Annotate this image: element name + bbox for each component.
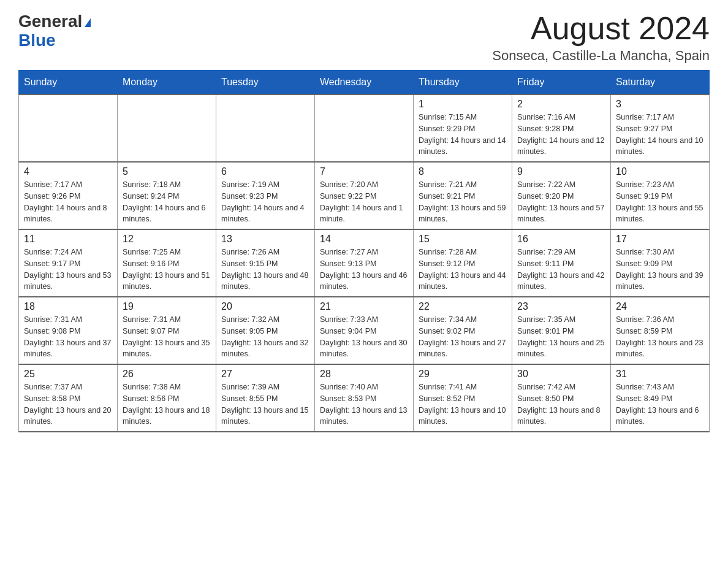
calendar-cell <box>315 94 414 162</box>
calendar-cell: 16Sunrise: 7:29 AMSunset: 9:11 PMDayligh… <box>512 229 611 297</box>
day-number: 13 <box>221 234 309 245</box>
calendar-header-friday: Friday <box>512 71 611 95</box>
day-info: Sunrise: 7:23 AMSunset: 9:19 PMDaylight:… <box>616 179 704 225</box>
day-number: 28 <box>320 369 408 380</box>
month-title: August 2024 <box>492 12 710 44</box>
calendar-cell: 15Sunrise: 7:28 AMSunset: 9:12 PMDayligh… <box>414 229 512 297</box>
calendar-cell: 26Sunrise: 7:38 AMSunset: 8:56 PMDayligh… <box>118 364 216 432</box>
day-number: 24 <box>616 301 704 312</box>
day-info: Sunrise: 7:22 AMSunset: 9:20 PMDaylight:… <box>517 179 605 225</box>
calendar-cell: 3Sunrise: 7:17 AMSunset: 9:27 PMDaylight… <box>611 94 710 162</box>
day-info: Sunrise: 7:31 AMSunset: 9:07 PMDaylight:… <box>123 314 211 360</box>
day-number: 21 <box>320 301 408 312</box>
day-number: 6 <box>221 166 309 177</box>
day-number: 23 <box>517 301 605 312</box>
day-info: Sunrise: 7:38 AMSunset: 8:56 PMDaylight:… <box>123 381 211 427</box>
calendar-week-row: 18Sunrise: 7:31 AMSunset: 9:08 PMDayligh… <box>19 297 710 364</box>
day-info: Sunrise: 7:28 AMSunset: 9:12 PMDaylight:… <box>419 247 507 293</box>
title-area: August 2024 Sonseca, Castille-La Mancha,… <box>492 12 710 64</box>
day-info: Sunrise: 7:32 AMSunset: 9:05 PMDaylight:… <box>221 314 309 360</box>
day-number: 5 <box>123 166 211 177</box>
calendar-header-tuesday: Tuesday <box>216 71 315 95</box>
day-info: Sunrise: 7:21 AMSunset: 9:21 PMDaylight:… <box>419 179 507 225</box>
calendar-cell: 10Sunrise: 7:23 AMSunset: 9:19 PMDayligh… <box>611 162 710 229</box>
day-number: 17 <box>616 234 704 245</box>
day-number: 14 <box>320 234 408 245</box>
calendar-cell <box>19 94 118 162</box>
logo-triangle-icon <box>85 18 91 27</box>
calendar-cell: 29Sunrise: 7:41 AMSunset: 8:52 PMDayligh… <box>414 364 512 432</box>
calendar-cell: 21Sunrise: 7:33 AMSunset: 9:04 PMDayligh… <box>315 297 414 364</box>
day-info: Sunrise: 7:35 AMSunset: 9:01 PMDaylight:… <box>517 314 605 360</box>
logo-general-text: General <box>18 12 82 31</box>
calendar-cell: 1Sunrise: 7:15 AMSunset: 9:29 PMDaylight… <box>414 94 512 162</box>
calendar-cell: 13Sunrise: 7:26 AMSunset: 9:15 PMDayligh… <box>216 229 315 297</box>
day-number: 15 <box>419 234 507 245</box>
day-info: Sunrise: 7:30 AMSunset: 9:09 PMDaylight:… <box>616 247 704 293</box>
day-info: Sunrise: 7:37 AMSunset: 8:58 PMDaylight:… <box>24 381 112 427</box>
calendar-cell: 9Sunrise: 7:22 AMSunset: 9:20 PMDaylight… <box>512 162 611 229</box>
calendar-header-row: SundayMondayTuesdayWednesdayThursdayFrid… <box>19 71 710 95</box>
logo: General Blue <box>18 12 91 50</box>
calendar-cell: 22Sunrise: 7:34 AMSunset: 9:02 PMDayligh… <box>414 297 512 364</box>
calendar-table: SundayMondayTuesdayWednesdayThursdayFrid… <box>18 70 710 432</box>
day-info: Sunrise: 7:26 AMSunset: 9:15 PMDaylight:… <box>221 247 309 293</box>
calendar-cell: 30Sunrise: 7:42 AMSunset: 8:50 PMDayligh… <box>512 364 611 432</box>
calendar-cell: 27Sunrise: 7:39 AMSunset: 8:55 PMDayligh… <box>216 364 315 432</box>
day-info: Sunrise: 7:24 AMSunset: 9:17 PMDaylight:… <box>24 247 112 293</box>
day-number: 31 <box>616 369 704 380</box>
calendar-cell: 12Sunrise: 7:25 AMSunset: 9:16 PMDayligh… <box>118 229 216 297</box>
calendar-header-monday: Monday <box>118 71 216 95</box>
calendar-cell: 28Sunrise: 7:40 AMSunset: 8:53 PMDayligh… <box>315 364 414 432</box>
calendar-cell: 20Sunrise: 7:32 AMSunset: 9:05 PMDayligh… <box>216 297 315 364</box>
day-info: Sunrise: 7:15 AMSunset: 9:29 PMDaylight:… <box>419 112 507 158</box>
logo-blue-text: Blue <box>18 31 91 50</box>
calendar-cell: 7Sunrise: 7:20 AMSunset: 9:22 PMDaylight… <box>315 162 414 229</box>
day-info: Sunrise: 7:17 AMSunset: 9:27 PMDaylight:… <box>616 112 704 158</box>
day-number: 11 <box>24 234 112 245</box>
day-number: 7 <box>320 166 408 177</box>
calendar-week-row: 25Sunrise: 7:37 AMSunset: 8:58 PMDayligh… <box>19 364 710 432</box>
page-header: General Blue August 2024 Sonseca, Castil… <box>18 12 710 64</box>
calendar-cell: 17Sunrise: 7:30 AMSunset: 9:09 PMDayligh… <box>611 229 710 297</box>
calendar-header-saturday: Saturday <box>611 71 710 95</box>
day-number: 1 <box>419 99 507 110</box>
day-number: 16 <box>517 234 605 245</box>
day-info: Sunrise: 7:33 AMSunset: 9:04 PMDaylight:… <box>320 314 408 360</box>
calendar-cell: 4Sunrise: 7:17 AMSunset: 9:26 PMDaylight… <box>19 162 118 229</box>
day-number: 20 <box>221 301 309 312</box>
day-number: 19 <box>123 301 211 312</box>
day-number: 10 <box>616 166 704 177</box>
day-info: Sunrise: 7:18 AMSunset: 9:24 PMDaylight:… <box>123 179 211 225</box>
calendar-week-row: 4Sunrise: 7:17 AMSunset: 9:26 PMDaylight… <box>19 162 710 229</box>
day-number: 18 <box>24 301 112 312</box>
day-number: 22 <box>419 301 507 312</box>
day-info: Sunrise: 7:27 AMSunset: 9:13 PMDaylight:… <box>320 247 408 293</box>
day-info: Sunrise: 7:16 AMSunset: 9:28 PMDaylight:… <box>517 112 605 158</box>
day-number: 27 <box>221 369 309 380</box>
calendar-cell: 24Sunrise: 7:36 AMSunset: 8:59 PMDayligh… <box>611 297 710 364</box>
day-info: Sunrise: 7:36 AMSunset: 8:59 PMDaylight:… <box>616 314 704 360</box>
calendar-cell: 5Sunrise: 7:18 AMSunset: 9:24 PMDaylight… <box>118 162 216 229</box>
day-number: 9 <box>517 166 605 177</box>
day-number: 25 <box>24 369 112 380</box>
calendar-week-row: 11Sunrise: 7:24 AMSunset: 9:17 PMDayligh… <box>19 229 710 297</box>
day-info: Sunrise: 7:29 AMSunset: 9:11 PMDaylight:… <box>517 247 605 293</box>
calendar-header-sunday: Sunday <box>19 71 118 95</box>
calendar-cell: 23Sunrise: 7:35 AMSunset: 9:01 PMDayligh… <box>512 297 611 364</box>
day-number: 29 <box>419 369 507 380</box>
day-info: Sunrise: 7:40 AMSunset: 8:53 PMDaylight:… <box>320 381 408 427</box>
day-number: 3 <box>616 99 704 110</box>
calendar-cell: 8Sunrise: 7:21 AMSunset: 9:21 PMDaylight… <box>414 162 512 229</box>
calendar-cell <box>118 94 216 162</box>
calendar-cell: 14Sunrise: 7:27 AMSunset: 9:13 PMDayligh… <box>315 229 414 297</box>
calendar-cell: 6Sunrise: 7:19 AMSunset: 9:23 PMDaylight… <box>216 162 315 229</box>
day-number: 8 <box>419 166 507 177</box>
day-info: Sunrise: 7:17 AMSunset: 9:26 PMDaylight:… <box>24 179 112 225</box>
calendar-cell: 31Sunrise: 7:43 AMSunset: 8:49 PMDayligh… <box>611 364 710 432</box>
day-number: 2 <box>517 99 605 110</box>
day-info: Sunrise: 7:20 AMSunset: 9:22 PMDaylight:… <box>320 179 408 225</box>
day-number: 30 <box>517 369 605 380</box>
calendar-cell: 11Sunrise: 7:24 AMSunset: 9:17 PMDayligh… <box>19 229 118 297</box>
calendar-cell: 19Sunrise: 7:31 AMSunset: 9:07 PMDayligh… <box>118 297 216 364</box>
